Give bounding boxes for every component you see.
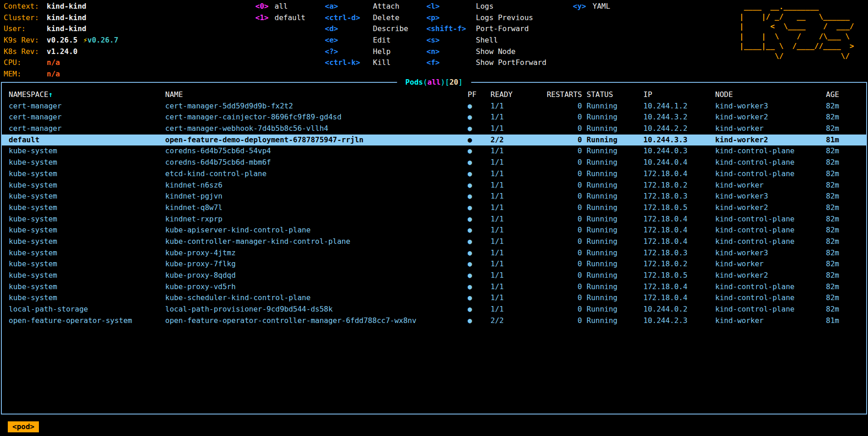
pod-row[interactable]: kube-systemcoredns-6d4b75cb6d-mbm6f●1/10…	[2, 157, 866, 168]
pod-row[interactable]: kube-systemkindnet-n6sz6●1/10Running172.…	[2, 180, 866, 191]
cell-node: kind-worker3	[715, 248, 826, 259]
cell-ip: 172.18.0.4	[643, 225, 715, 236]
hotkey-item: <?>Help	[325, 46, 408, 58]
hotkey-item: <ctrl-d>Delete	[325, 12, 408, 24]
cell-ready: 1/1	[491, 270, 542, 281]
cell-ready: 1/1	[491, 157, 542, 168]
pod-row[interactable]: cert-managercert-manager-cainjector-8696…	[2, 112, 866, 123]
cell-ready: 2/2	[491, 315, 542, 327]
cell-namespace: kube-system	[9, 145, 165, 157]
cell-ready: 1/1	[491, 168, 542, 180]
action-hotkeys-col2: <l>Logs<p>Logs Previous<shift-f>Port-For…	[426, 1, 546, 69]
cell-restarts: 0	[542, 123, 582, 135]
column-header-label: PF	[468, 90, 476, 99]
hotkey-key: <shift-f>	[426, 23, 476, 35]
cell-age: 82m	[826, 112, 866, 123]
hotkey-item: <1>default	[255, 12, 305, 24]
cell-name: coredns-6d4b75cb6d-54vp4	[165, 145, 468, 157]
cell-status: Running	[582, 123, 643, 135]
hotkey-item: <0>all	[255, 1, 305, 12]
table-title-segment: all	[427, 78, 441, 86]
pod-row[interactable]: kube-systemkindnet-q8w7l●1/10Running172.…	[2, 202, 866, 214]
pod-row[interactable]: kube-systemkube-proxy-7flkg●1/10Running1…	[2, 258, 866, 270]
pod-row[interactable]: local-path-storagelocal-path-provisioner…	[2, 304, 866, 315]
column-header-label: AGE	[826, 90, 839, 99]
info-label: User:	[4, 23, 47, 35]
cell-ip: 172.18.0.4	[643, 168, 715, 180]
info-label: K9s Rev:	[4, 35, 47, 46]
info-label: K8s Rev:	[4, 46, 47, 58]
column-header-ip: IP	[643, 89, 715, 101]
hotkey-label: Attach	[373, 2, 399, 11]
pod-status-dot-icon: ●	[468, 248, 491, 259]
cell-ip: 172.18.0.2	[643, 180, 715, 191]
cell-age: 81m	[826, 315, 866, 327]
hotkey-key: <ctrl-d>	[325, 12, 373, 24]
cell-ip: 10.244.0.4	[643, 157, 715, 168]
pod-row[interactable]: defaultopen-feature-demo-deployment-6787…	[2, 135, 866, 146]
hotkey-label: Edit	[373, 36, 391, 44]
cell-node: kind-control-plane	[715, 225, 826, 236]
hotkey-item: <s>Shell	[426, 35, 546, 46]
column-header-pf: PF	[468, 89, 491, 101]
cell-name: kube-apiserver-kind-control-plane	[165, 225, 468, 236]
cell-age: 82m	[826, 258, 866, 270]
cell-name: kindnet-n6sz6	[165, 180, 468, 191]
hotkey-label: Logs Previous	[476, 13, 533, 22]
pod-row[interactable]: kube-systemkube-proxy-8qdqd●1/10Running1…	[2, 270, 866, 281]
info-value: n/a	[47, 70, 60, 78]
cell-ready: 1/1	[491, 225, 542, 236]
pod-row[interactable]: kube-systemkube-proxy-4jtmz●1/10Running1…	[2, 248, 866, 259]
cell-status: Running	[582, 157, 643, 168]
pod-row[interactable]: kube-systemkube-scheduler-kind-control-p…	[2, 292, 866, 304]
pod-row[interactable]: cert-managercert-manager-5dd59d9d9b-fx2t…	[2, 101, 866, 112]
hotkey-key: <1>	[255, 12, 275, 24]
cluster-info-row: User:kind-kind	[4, 23, 119, 35]
cell-ip: 172.18.0.4	[643, 236, 715, 248]
info-label: CPU:	[4, 57, 47, 69]
cell-node: kind-worker	[715, 180, 826, 191]
cell-status: Running	[582, 270, 643, 281]
cell-node: kind-control-plane	[715, 157, 826, 168]
pod-row[interactable]: open-feature-operator-systemopen-feature…	[2, 315, 866, 327]
pod-row[interactable]: kube-systemetcd-kind-control-plane●1/10R…	[2, 168, 866, 180]
namespace-hotkeys: <0>all<1>default	[255, 1, 305, 23]
upgrade-bolt-icon: ⚡	[83, 36, 87, 44]
cell-name: cert-manager-cainjector-8696fc9f89-gd4sd	[165, 112, 468, 123]
pod-row[interactable]: kube-systemcoredns-6d4b75cb6d-54vp4●1/10…	[2, 145, 866, 157]
cell-name: kindnet-q8w7l	[165, 202, 468, 214]
breadcrumb-pod[interactable]: <pod>	[8, 421, 39, 432]
cell-ip: 10.244.0.2	[643, 304, 715, 315]
cell-restarts: 0	[542, 191, 582, 202]
pod-status-dot-icon: ●	[468, 112, 491, 123]
table-title-segment: (	[423, 78, 427, 86]
cell-ready: 1/1	[491, 292, 542, 304]
cell-ip: 172.18.0.3	[643, 248, 715, 259]
table-header-row: NAMESPACE↑NAMEPFREADYRESTARTSSTATUSIPNOD…	[2, 89, 866, 101]
cell-ip: 172.18.0.5	[643, 270, 715, 281]
cell-ip: 172.18.0.4	[643, 214, 715, 225]
pod-row[interactable]: cert-managercert-manager-webhook-7d4b5b8…	[2, 123, 866, 135]
cell-status: Running	[582, 145, 643, 157]
cell-namespace: kube-system	[9, 157, 165, 168]
pod-row[interactable]: kube-systemkube-proxy-vd5rh●1/10Running1…	[2, 281, 866, 293]
pod-row[interactable]: kube-systemkindnet-rxprp●1/10Running172.…	[2, 214, 866, 225]
cell-restarts: 0	[542, 292, 582, 304]
pod-row[interactable]: kube-systemkube-apiserver-kind-control-p…	[2, 225, 866, 236]
column-header-label: RESTARTS	[547, 90, 582, 99]
pod-row[interactable]: kube-systemkube-controller-manager-kind-…	[2, 236, 866, 248]
pod-status-dot-icon: ●	[468, 258, 491, 270]
cell-namespace: kube-system	[9, 292, 165, 304]
cell-name: kube-proxy-vd5rh	[165, 281, 468, 293]
cell-ready: 1/1	[491, 123, 542, 135]
pod-status-dot-icon: ●	[468, 101, 491, 112]
pod-row[interactable]: kube-systemkindnet-pgjvn●1/10Running172.…	[2, 191, 866, 202]
info-label: MEM:	[4, 69, 47, 80]
cell-name: kube-proxy-7flkg	[165, 258, 468, 270]
cell-status: Running	[582, 202, 643, 214]
cell-namespace: kube-system	[9, 236, 165, 248]
table-title-segment	[463, 78, 467, 86]
hotkey-key: <d>	[325, 23, 373, 35]
hotkey-item: <f>Show PortForward	[426, 57, 546, 69]
cell-name: cert-manager-webhook-7d4b5b8c56-vllh4	[165, 123, 468, 135]
